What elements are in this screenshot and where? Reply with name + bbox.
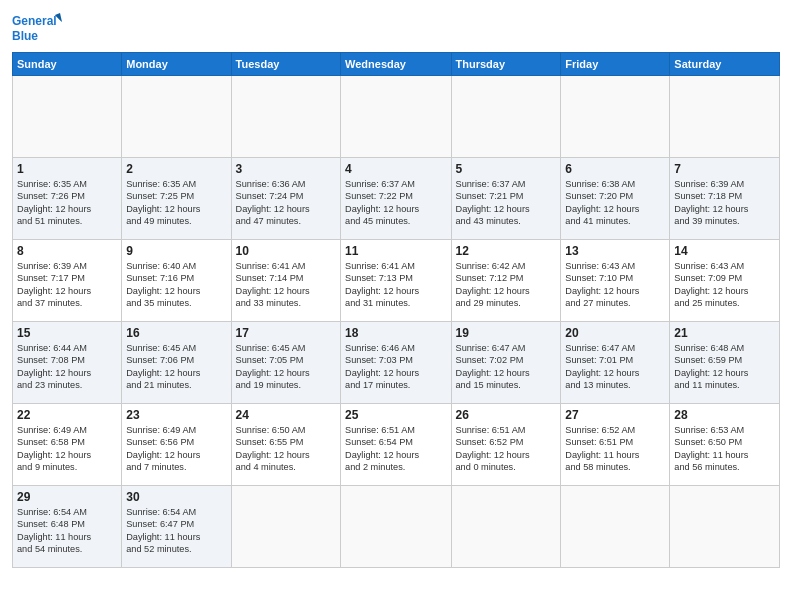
day-info: Sunrise: 6:43 AM Sunset: 7:09 PM Dayligh… bbox=[674, 260, 775, 310]
day-info: Sunrise: 6:37 AM Sunset: 7:22 PM Dayligh… bbox=[345, 178, 446, 228]
calendar-week-2: 8Sunrise: 6:39 AM Sunset: 7:17 PM Daylig… bbox=[13, 240, 780, 322]
day-info: Sunrise: 6:39 AM Sunset: 7:17 PM Dayligh… bbox=[17, 260, 117, 310]
calendar-week-3: 15Sunrise: 6:44 AM Sunset: 7:08 PM Dayli… bbox=[13, 322, 780, 404]
day-info: Sunrise: 6:37 AM Sunset: 7:21 PM Dayligh… bbox=[456, 178, 557, 228]
calendar-cell: 22Sunrise: 6:49 AM Sunset: 6:58 PM Dayli… bbox=[13, 404, 122, 486]
day-number: 22 bbox=[17, 408, 117, 422]
day-info: Sunrise: 6:45 AM Sunset: 7:06 PM Dayligh… bbox=[126, 342, 226, 392]
calendar-cell: 1Sunrise: 6:35 AM Sunset: 7:26 PM Daylig… bbox=[13, 158, 122, 240]
day-number: 1 bbox=[17, 162, 117, 176]
calendar-cell: 8Sunrise: 6:39 AM Sunset: 7:17 PM Daylig… bbox=[13, 240, 122, 322]
logo: General Blue bbox=[12, 10, 62, 46]
day-number: 23 bbox=[126, 408, 226, 422]
calendar-cell: 9Sunrise: 6:40 AM Sunset: 7:16 PM Daylig… bbox=[122, 240, 231, 322]
day-info: Sunrise: 6:53 AM Sunset: 6:50 PM Dayligh… bbox=[674, 424, 775, 474]
day-info: Sunrise: 6:54 AM Sunset: 6:47 PM Dayligh… bbox=[126, 506, 226, 556]
day-number: 11 bbox=[345, 244, 446, 258]
calendar-cell: 24Sunrise: 6:50 AM Sunset: 6:55 PM Dayli… bbox=[231, 404, 340, 486]
calendar-cell: 16Sunrise: 6:45 AM Sunset: 7:06 PM Dayli… bbox=[122, 322, 231, 404]
calendar-cell: 3Sunrise: 6:36 AM Sunset: 7:24 PM Daylig… bbox=[231, 158, 340, 240]
calendar-cell: 19Sunrise: 6:47 AM Sunset: 7:02 PM Dayli… bbox=[451, 322, 561, 404]
day-number: 21 bbox=[674, 326, 775, 340]
day-number: 27 bbox=[565, 408, 665, 422]
calendar-cell: 18Sunrise: 6:46 AM Sunset: 7:03 PM Dayli… bbox=[341, 322, 451, 404]
header: General Blue bbox=[12, 10, 780, 46]
calendar-cell: 21Sunrise: 6:48 AM Sunset: 6:59 PM Dayli… bbox=[670, 322, 780, 404]
day-info: Sunrise: 6:42 AM Sunset: 7:12 PM Dayligh… bbox=[456, 260, 557, 310]
day-number: 4 bbox=[345, 162, 446, 176]
calendar-cell: 13Sunrise: 6:43 AM Sunset: 7:10 PM Dayli… bbox=[561, 240, 670, 322]
day-info: Sunrise: 6:48 AM Sunset: 6:59 PM Dayligh… bbox=[674, 342, 775, 392]
day-number: 30 bbox=[126, 490, 226, 504]
calendar-cell bbox=[231, 76, 340, 158]
day-info: Sunrise: 6:45 AM Sunset: 7:05 PM Dayligh… bbox=[236, 342, 336, 392]
day-info: Sunrise: 6:52 AM Sunset: 6:51 PM Dayligh… bbox=[565, 424, 665, 474]
calendar-cell: 26Sunrise: 6:51 AM Sunset: 6:52 PM Dayli… bbox=[451, 404, 561, 486]
day-info: Sunrise: 6:47 AM Sunset: 7:02 PM Dayligh… bbox=[456, 342, 557, 392]
day-number: 5 bbox=[456, 162, 557, 176]
calendar-cell bbox=[561, 486, 670, 568]
calendar-cell: 30Sunrise: 6:54 AM Sunset: 6:47 PM Dayli… bbox=[122, 486, 231, 568]
svg-text:Blue: Blue bbox=[12, 29, 38, 43]
calendar-header-monday: Monday bbox=[122, 53, 231, 76]
day-info: Sunrise: 6:46 AM Sunset: 7:03 PM Dayligh… bbox=[345, 342, 446, 392]
calendar-cell bbox=[341, 76, 451, 158]
calendar-cell: 17Sunrise: 6:45 AM Sunset: 7:05 PM Dayli… bbox=[231, 322, 340, 404]
calendar-week-1: 1Sunrise: 6:35 AM Sunset: 7:26 PM Daylig… bbox=[13, 158, 780, 240]
calendar-cell: 20Sunrise: 6:47 AM Sunset: 7:01 PM Dayli… bbox=[561, 322, 670, 404]
calendar-cell bbox=[231, 486, 340, 568]
calendar-week-4: 22Sunrise: 6:49 AM Sunset: 6:58 PM Dayli… bbox=[13, 404, 780, 486]
calendar-cell: 29Sunrise: 6:54 AM Sunset: 6:48 PM Dayli… bbox=[13, 486, 122, 568]
calendar-header-saturday: Saturday bbox=[670, 53, 780, 76]
day-info: Sunrise: 6:49 AM Sunset: 6:56 PM Dayligh… bbox=[126, 424, 226, 474]
day-info: Sunrise: 6:41 AM Sunset: 7:14 PM Dayligh… bbox=[236, 260, 336, 310]
calendar-cell: 4Sunrise: 6:37 AM Sunset: 7:22 PM Daylig… bbox=[341, 158, 451, 240]
day-info: Sunrise: 6:35 AM Sunset: 7:26 PM Dayligh… bbox=[17, 178, 117, 228]
day-info: Sunrise: 6:54 AM Sunset: 6:48 PM Dayligh… bbox=[17, 506, 117, 556]
day-number: 15 bbox=[17, 326, 117, 340]
day-info: Sunrise: 6:38 AM Sunset: 7:20 PM Dayligh… bbox=[565, 178, 665, 228]
day-number: 20 bbox=[565, 326, 665, 340]
calendar-header-tuesday: Tuesday bbox=[231, 53, 340, 76]
day-number: 13 bbox=[565, 244, 665, 258]
day-number: 17 bbox=[236, 326, 336, 340]
calendar-cell: 2Sunrise: 6:35 AM Sunset: 7:25 PM Daylig… bbox=[122, 158, 231, 240]
day-info: Sunrise: 6:39 AM Sunset: 7:18 PM Dayligh… bbox=[674, 178, 775, 228]
svg-text:General: General bbox=[12, 14, 57, 28]
day-info: Sunrise: 6:43 AM Sunset: 7:10 PM Dayligh… bbox=[565, 260, 665, 310]
day-number: 3 bbox=[236, 162, 336, 176]
calendar-cell: 12Sunrise: 6:42 AM Sunset: 7:12 PM Dayli… bbox=[451, 240, 561, 322]
calendar-cell: 15Sunrise: 6:44 AM Sunset: 7:08 PM Dayli… bbox=[13, 322, 122, 404]
day-info: Sunrise: 6:47 AM Sunset: 7:01 PM Dayligh… bbox=[565, 342, 665, 392]
calendar-cell bbox=[341, 486, 451, 568]
calendar-cell bbox=[451, 486, 561, 568]
day-info: Sunrise: 6:44 AM Sunset: 7:08 PM Dayligh… bbox=[17, 342, 117, 392]
calendar-cell: 27Sunrise: 6:52 AM Sunset: 6:51 PM Dayli… bbox=[561, 404, 670, 486]
day-number: 9 bbox=[126, 244, 226, 258]
day-number: 29 bbox=[17, 490, 117, 504]
day-number: 14 bbox=[674, 244, 775, 258]
day-info: Sunrise: 6:50 AM Sunset: 6:55 PM Dayligh… bbox=[236, 424, 336, 474]
day-number: 16 bbox=[126, 326, 226, 340]
calendar-header-thursday: Thursday bbox=[451, 53, 561, 76]
day-number: 6 bbox=[565, 162, 665, 176]
calendar-header-wednesday: Wednesday bbox=[341, 53, 451, 76]
day-number: 2 bbox=[126, 162, 226, 176]
calendar: SundayMondayTuesdayWednesdayThursdayFrid… bbox=[12, 52, 780, 568]
day-number: 28 bbox=[674, 408, 775, 422]
day-info: Sunrise: 6:49 AM Sunset: 6:58 PM Dayligh… bbox=[17, 424, 117, 474]
calendar-header-friday: Friday bbox=[561, 53, 670, 76]
calendar-cell: 5Sunrise: 6:37 AM Sunset: 7:21 PM Daylig… bbox=[451, 158, 561, 240]
calendar-cell bbox=[451, 76, 561, 158]
calendar-cell: 25Sunrise: 6:51 AM Sunset: 6:54 PM Dayli… bbox=[341, 404, 451, 486]
day-info: Sunrise: 6:35 AM Sunset: 7:25 PM Dayligh… bbox=[126, 178, 226, 228]
calendar-cell: 7Sunrise: 6:39 AM Sunset: 7:18 PM Daylig… bbox=[670, 158, 780, 240]
calendar-cell bbox=[670, 486, 780, 568]
day-number: 10 bbox=[236, 244, 336, 258]
calendar-header-row: SundayMondayTuesdayWednesdayThursdayFrid… bbox=[13, 53, 780, 76]
day-info: Sunrise: 6:36 AM Sunset: 7:24 PM Dayligh… bbox=[236, 178, 336, 228]
calendar-cell: 23Sunrise: 6:49 AM Sunset: 6:56 PM Dayli… bbox=[122, 404, 231, 486]
calendar-cell: 14Sunrise: 6:43 AM Sunset: 7:09 PM Dayli… bbox=[670, 240, 780, 322]
day-info: Sunrise: 6:40 AM Sunset: 7:16 PM Dayligh… bbox=[126, 260, 226, 310]
day-number: 19 bbox=[456, 326, 557, 340]
